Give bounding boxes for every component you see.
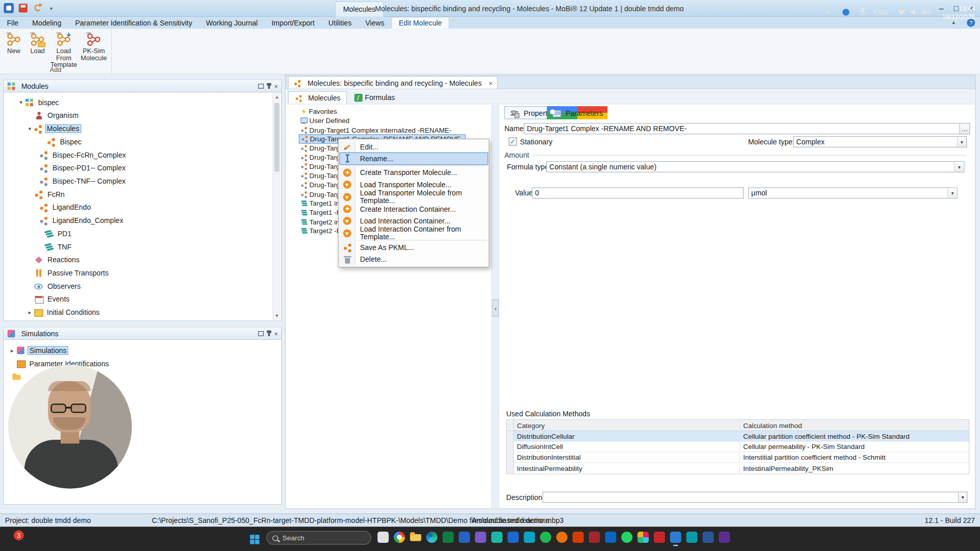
taskbar-app-icon[interactable] (378, 532, 389, 543)
language-indicator[interactable]: ENG (874, 0, 888, 24)
taskbar-app-icon[interactable] (573, 532, 584, 543)
microphone-icon[interactable] (859, 0, 867, 24)
collapse-icon[interactable]: ▾ (17, 99, 25, 105)
tab-edit-molecule[interactable]: Edit Molecule (391, 17, 449, 29)
undo-icon[interactable] (34, 5, 41, 11)
stationary-checkbox[interactable]: ✓ (509, 137, 517, 145)
wifi-icon[interactable] (897, 0, 905, 24)
taskbar-app-icon[interactable] (556, 532, 568, 543)
list-item-user-defined[interactable]: User Defined (286, 116, 492, 125)
taskbar-acrobat-icon[interactable] (654, 532, 665, 543)
menu-item-load-interaction-template[interactable]: Load Interaction Container from Template… (339, 227, 488, 239)
tree-item-passive-transports[interactable]: Passive Transports (5, 266, 273, 280)
name-browse-button[interactable]: … (960, 123, 970, 134)
tree-item-events[interactable]: Events (5, 292, 273, 306)
chevron-down-icon[interactable]: ▾ (957, 137, 966, 147)
taskbar-app-icon[interactable] (638, 532, 649, 543)
tree-item-ligandendo-complex[interactable]: LigandEndo_Complex (5, 214, 273, 227)
name-input[interactable]: Drug-Target1 Complex -RENAME AND REMOVE- (524, 123, 960, 134)
taskbar-app-icon[interactable] (491, 532, 502, 543)
list-item-molecule[interactable]: Drug-Target1 Complex internalized -RENAM… (286, 125, 492, 134)
tree-item-simulations[interactable]: ▸ Simulations (5, 343, 273, 357)
scroll-down-icon[interactable]: ▾ (273, 312, 281, 320)
tree-item-reactions[interactable]: Reactions (5, 253, 273, 266)
volume-icon[interactable] (910, 0, 918, 24)
taskbar-app-icon[interactable] (686, 532, 697, 543)
list-item-favorites[interactable]: ★Favorites (286, 107, 492, 116)
tree-item-organism[interactable]: Organism (5, 109, 273, 122)
tree-item-bispec-tnf-complex[interactable]: Bispec-TNF-- Complex (5, 174, 273, 188)
quick-access-dropdown-icon[interactable]: ▾ (50, 6, 53, 11)
tree-item-bispec-pd1-complex[interactable]: Bispec-PD1-- Complex (5, 161, 273, 174)
splitter[interactable]: ‹ (491, 105, 499, 508)
taskbar-app-icon[interactable] (459, 532, 470, 543)
menu-item-delete[interactable]: Delete... (339, 254, 488, 266)
new-molecule-button[interactable]: OH New (2, 31, 26, 54)
menu-item-save-as-pkml[interactable]: Save As PKML... (339, 241, 488, 254)
tree-item-parameter-identifications[interactable]: Parameter Identifications (5, 357, 273, 370)
taskbar-browser-icon[interactable] (394, 532, 405, 543)
description-input[interactable] (543, 492, 959, 503)
column-header-category[interactable]: Category (514, 420, 740, 431)
menu-item-create-interaction[interactable]: Create Interaction Container... (339, 203, 488, 215)
tree-item-fcrn[interactable]: FcRn (5, 187, 273, 201)
taskbar-search[interactable]: Search (266, 531, 372, 545)
menu-item-edit[interactable]: Edit... (339, 141, 488, 153)
tree-item-tnf[interactable]: TNF (5, 240, 273, 253)
pin-panel-icon[interactable] (268, 330, 270, 337)
load-from-template-button[interactable]: OH Load From Template (50, 31, 78, 68)
tree-item-bispec[interactable]: ▾ bispec (5, 95, 273, 109)
scroll-up-icon[interactable]: ▴ (273, 93, 281, 101)
tab-parameters[interactable]: Parameters (547, 106, 607, 119)
table-row[interactable]: DiffusionIntCell Cellular permeability -… (507, 442, 969, 453)
modules-scrollbar[interactable]: ▴ ▾ (273, 93, 281, 319)
load-molecule-button[interactable]: OH Load (26, 31, 50, 54)
unit-select[interactable]: µmol ▾ (748, 187, 958, 198)
table-row[interactable]: IntestinalPermeability IntestinalPermeab… (507, 463, 969, 473)
chevron-down-icon[interactable]: ▾ (947, 188, 957, 198)
simulations-panel-header[interactable]: Simulations × (4, 328, 281, 340)
document-tab[interactable]: Molecules: bispecific binding and recycl… (288, 76, 497, 89)
tree-item-initial-conditions[interactable]: ▸ Initial Conditions (5, 306, 273, 319)
taskbar-app-icon[interactable] (719, 532, 730, 543)
expand-icon[interactable]: ▸ (8, 347, 16, 353)
taskbar-app-icon[interactable] (589, 532, 600, 543)
clock[interactable]: 13:44 19/12/2025 (936, 0, 975, 24)
save-icon[interactable] (19, 4, 28, 12)
tab-working-journal[interactable]: Working Journal (199, 17, 264, 29)
chevron-down-icon[interactable]: ▾ (954, 162, 964, 172)
scrollbar-thumb[interactable] (275, 103, 280, 172)
tree-item-molecules[interactable]: ▾ Molecules (5, 122, 273, 135)
taskbar-app-icon[interactable] (605, 532, 616, 543)
taskbar-file-explorer-icon[interactable] (410, 532, 421, 543)
expand-icon[interactable]: ▸ (26, 309, 34, 315)
tree-item-observers[interactable]: Observers (5, 279, 273, 292)
molecule-type-select[interactable]: Complex ▾ (793, 136, 967, 147)
taskbar-app-icon[interactable] (475, 532, 486, 543)
column-header-method[interactable]: Calculation method (740, 420, 969, 431)
collapse-icon[interactable]: ▾ (26, 126, 34, 132)
collapse-panel-icon[interactable]: ‹ (493, 299, 499, 317)
menu-item-load-transporter-template[interactable]: Load Transporter Molecule from Template.… (339, 191, 488, 203)
taskbar-edge-icon[interactable] (426, 532, 437, 543)
tab-close-icon[interactable]: × (488, 80, 493, 87)
tab-import-export[interactable]: Import/Export (264, 17, 321, 29)
app-logo-icon[interactable] (4, 3, 14, 13)
tree-item-pd1[interactable]: PD1 (5, 227, 273, 240)
notification-badge[interactable]: 3 (14, 531, 24, 541)
taskbar-app-icon[interactable] (540, 532, 551, 543)
tree-item-ligandendo[interactable]: LigandEndo (5, 201, 273, 214)
battery-icon[interactable] (921, 0, 929, 24)
float-panel-icon[interactable] (258, 82, 263, 90)
tab-parameter-identification[interactable]: Parameter Identification & Sensitivity (68, 17, 199, 29)
value-input[interactable]: 0 (532, 187, 744, 198)
tab-molecules-view[interactable]: Molecules (288, 91, 347, 104)
close-panel-icon[interactable]: × (274, 82, 278, 90)
taskbar-app-icon[interactable] (507, 532, 519, 543)
description-dropdown-icon[interactable]: ▾ (959, 492, 967, 503)
menu-item-rename[interactable]: Rename... (339, 153, 488, 165)
pksim-molecule-button[interactable]: OH PK-Sim Molecule (80, 31, 108, 61)
start-button[interactable] (250, 535, 260, 545)
tree-item-bispec-fcrn-complex[interactable]: Bispec-FcRn_Complex (5, 148, 273, 161)
tab-utilities[interactable]: Utilities (322, 17, 358, 29)
